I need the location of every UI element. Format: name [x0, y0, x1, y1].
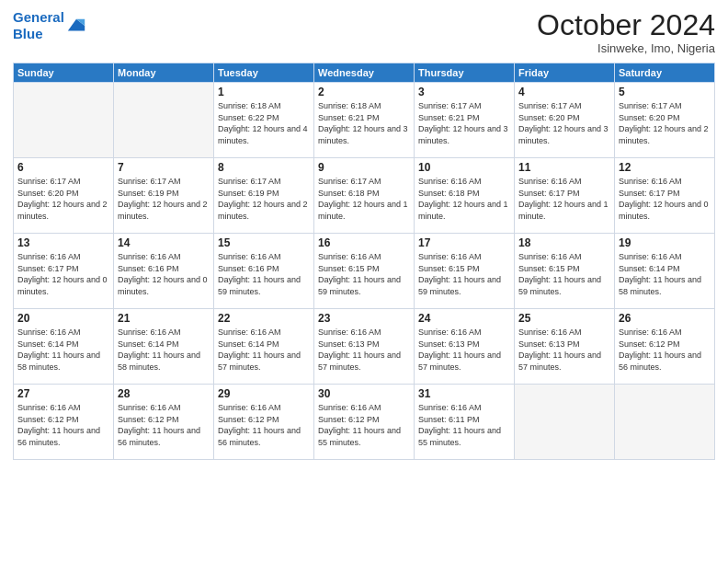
calendar-week-row: 1 Sunrise: 6:18 AMSunset: 6:22 PMDayligh…	[14, 83, 715, 158]
calendar-day-cell: 27 Sunrise: 6:16 AMSunset: 6:12 PMDaylig…	[14, 385, 114, 460]
calendar-header-row: SundayMondayTuesdayWednesdayThursdayFrid…	[14, 63, 715, 83]
month-title: October 2024	[537, 9, 715, 41]
day-info: Sunrise: 6:17 AMSunset: 6:20 PMDaylight:…	[17, 176, 109, 222]
calendar-week-row: 27 Sunrise: 6:16 AMSunset: 6:12 PMDaylig…	[14, 385, 715, 460]
day-number: 13	[17, 236, 109, 249]
calendar-day-cell: 20 Sunrise: 6:16 AMSunset: 6:14 PMDaylig…	[14, 309, 114, 385]
calendar-day-cell: 29 Sunrise: 6:16 AMSunset: 6:12 PMDaylig…	[214, 385, 314, 460]
day-number: 8	[218, 161, 310, 174]
day-info: Sunrise: 6:17 AMSunset: 6:19 PMDaylight:…	[118, 176, 210, 222]
calendar-day-cell: 21 Sunrise: 6:16 AMSunset: 6:14 PMDaylig…	[114, 309, 214, 385]
day-number: 24	[418, 312, 510, 325]
calendar-day-cell: 14 Sunrise: 6:16 AMSunset: 6:16 PMDaylig…	[114, 234, 214, 309]
day-info: Sunrise: 6:17 AMSunset: 6:19 PMDaylight:…	[218, 176, 310, 222]
day-info: Sunrise: 6:16 AMSunset: 6:14 PMDaylight:…	[619, 251, 711, 297]
day-number: 17	[418, 236, 510, 249]
day-info: Sunrise: 6:16 AMSunset: 6:13 PMDaylight:…	[418, 327, 510, 373]
logo: General Blue	[13, 9, 86, 42]
day-number: 11	[518, 161, 610, 174]
day-number: 6	[17, 161, 109, 174]
day-number: 4	[518, 86, 610, 98]
day-info: Sunrise: 6:17 AMSunset: 6:18 PMDaylight:…	[318, 176, 410, 222]
day-info: Sunrise: 6:16 AMSunset: 6:14 PMDaylight:…	[118, 327, 210, 373]
day-info: Sunrise: 6:16 AMSunset: 6:15 PMDaylight:…	[518, 251, 610, 297]
title-block: October 2024 Isinweke, Imo, Nigeria	[537, 9, 715, 55]
day-info: Sunrise: 6:16 AMSunset: 6:13 PMDaylight:…	[318, 327, 410, 373]
day-of-week-header: Thursday	[415, 63, 515, 83]
day-number: 27	[17, 387, 109, 400]
day-info: Sunrise: 6:16 AMSunset: 6:17 PMDaylight:…	[518, 176, 610, 222]
day-number: 25	[518, 312, 610, 325]
calendar-day-cell: 11 Sunrise: 6:16 AMSunset: 6:17 PMDaylig…	[515, 158, 615, 234]
calendar-day-cell: 10 Sunrise: 6:16 AMSunset: 6:18 PMDaylig…	[415, 158, 515, 234]
calendar-day-cell: 12 Sunrise: 6:16 AMSunset: 6:17 PMDaylig…	[615, 158, 715, 234]
calendar-day-cell: 31 Sunrise: 6:16 AMSunset: 6:11 PMDaylig…	[415, 385, 515, 460]
day-number: 20	[17, 312, 109, 325]
calendar-day-cell: 26 Sunrise: 6:16 AMSunset: 6:12 PMDaylig…	[615, 309, 715, 385]
calendar-day-cell: 24 Sunrise: 6:16 AMSunset: 6:13 PMDaylig…	[415, 309, 515, 385]
logo-text: General Blue	[13, 9, 64, 42]
day-info: Sunrise: 6:16 AMSunset: 6:17 PMDaylight:…	[17, 251, 109, 297]
day-info: Sunrise: 6:17 AMSunset: 6:20 PMDaylight:…	[518, 100, 610, 146]
day-of-week-header: Sunday	[14, 63, 114, 83]
calendar-day-cell: 6 Sunrise: 6:17 AMSunset: 6:20 PMDayligh…	[14, 158, 114, 234]
calendar-day-cell: 25 Sunrise: 6:16 AMSunset: 6:13 PMDaylig…	[515, 309, 615, 385]
calendar-day-cell: 5 Sunrise: 6:17 AMSunset: 6:20 PMDayligh…	[615, 83, 715, 158]
day-info: Sunrise: 6:16 AMSunset: 6:12 PMDaylight:…	[218, 402, 310, 448]
day-number: 23	[318, 312, 410, 325]
day-info: Sunrise: 6:17 AMSunset: 6:20 PMDaylight:…	[619, 100, 711, 146]
day-info: Sunrise: 6:16 AMSunset: 6:11 PMDaylight:…	[418, 402, 510, 448]
calendar-day-cell: 4 Sunrise: 6:17 AMSunset: 6:20 PMDayligh…	[515, 83, 615, 158]
calendar-day-cell: 18 Sunrise: 6:16 AMSunset: 6:15 PMDaylig…	[515, 234, 615, 309]
day-number: 14	[118, 236, 210, 249]
day-info: Sunrise: 6:16 AMSunset: 6:12 PMDaylight:…	[619, 327, 711, 373]
day-info: Sunrise: 6:16 AMSunset: 6:12 PMDaylight:…	[118, 402, 210, 448]
page: General Blue October 2024 Isinweke, Imo,…	[0, 0, 728, 563]
calendar-day-cell: 9 Sunrise: 6:17 AMSunset: 6:18 PMDayligh…	[314, 158, 415, 234]
calendar-day-cell: 1 Sunrise: 6:18 AMSunset: 6:22 PMDayligh…	[214, 83, 314, 158]
day-info: Sunrise: 6:18 AMSunset: 6:21 PMDaylight:…	[318, 100, 410, 146]
day-number: 31	[418, 387, 510, 400]
calendar-week-row: 6 Sunrise: 6:17 AMSunset: 6:20 PMDayligh…	[14, 158, 715, 234]
day-info: Sunrise: 6:17 AMSunset: 6:21 PMDaylight:…	[418, 100, 510, 146]
day-of-week-header: Saturday	[615, 63, 715, 83]
day-of-week-header: Wednesday	[314, 63, 415, 83]
day-info: Sunrise: 6:16 AMSunset: 6:16 PMDaylight:…	[118, 251, 210, 297]
day-number: 1	[218, 86, 310, 98]
day-number: 21	[118, 312, 210, 325]
day-info: Sunrise: 6:16 AMSunset: 6:14 PMDaylight:…	[17, 327, 109, 373]
day-number: 2	[318, 86, 410, 98]
day-info: Sunrise: 6:16 AMSunset: 6:18 PMDaylight:…	[418, 176, 510, 222]
day-number: 22	[218, 312, 310, 325]
calendar-day-cell: 17 Sunrise: 6:16 AMSunset: 6:15 PMDaylig…	[415, 234, 515, 309]
day-info: Sunrise: 6:16 AMSunset: 6:15 PMDaylight:…	[318, 251, 410, 297]
day-number: 18	[518, 236, 610, 249]
calendar-day-cell: 23 Sunrise: 6:16 AMSunset: 6:13 PMDaylig…	[314, 309, 415, 385]
calendar-day-cell	[114, 83, 214, 158]
location: Isinweke, Imo, Nigeria	[537, 41, 715, 55]
day-number: 10	[418, 161, 510, 174]
calendar-table: SundayMondayTuesdayWednesdayThursdayFrid…	[13, 63, 715, 460]
day-number: 9	[318, 161, 410, 174]
calendar-day-cell	[515, 385, 615, 460]
calendar-day-cell: 28 Sunrise: 6:16 AMSunset: 6:12 PMDaylig…	[114, 385, 214, 460]
day-number: 3	[418, 86, 510, 98]
day-number: 26	[619, 312, 711, 325]
day-number: 15	[218, 236, 310, 249]
day-info: Sunrise: 6:16 AMSunset: 6:13 PMDaylight:…	[518, 327, 610, 373]
calendar-day-cell: 15 Sunrise: 6:16 AMSunset: 6:16 PMDaylig…	[214, 234, 314, 309]
calendar-day-cell: 16 Sunrise: 6:16 AMSunset: 6:15 PMDaylig…	[314, 234, 415, 309]
day-info: Sunrise: 6:16 AMSunset: 6:14 PMDaylight:…	[218, 327, 310, 373]
calendar-day-cell: 2 Sunrise: 6:18 AMSunset: 6:21 PMDayligh…	[314, 83, 415, 158]
day-number: 19	[619, 236, 711, 249]
day-of-week-header: Monday	[114, 63, 214, 83]
calendar-day-cell: 3 Sunrise: 6:17 AMSunset: 6:21 PMDayligh…	[415, 83, 515, 158]
calendar-week-row: 20 Sunrise: 6:16 AMSunset: 6:14 PMDaylig…	[14, 309, 715, 385]
day-of-week-header: Friday	[515, 63, 615, 83]
day-info: Sunrise: 6:16 AMSunset: 6:12 PMDaylight:…	[17, 402, 109, 448]
calendar-day-cell: 30 Sunrise: 6:16 AMSunset: 6:12 PMDaylig…	[314, 385, 415, 460]
day-number: 29	[218, 387, 310, 400]
day-info: Sunrise: 6:16 AMSunset: 6:17 PMDaylight:…	[619, 176, 711, 222]
calendar-day-cell	[14, 83, 114, 158]
calendar-day-cell: 22 Sunrise: 6:16 AMSunset: 6:14 PMDaylig…	[214, 309, 314, 385]
